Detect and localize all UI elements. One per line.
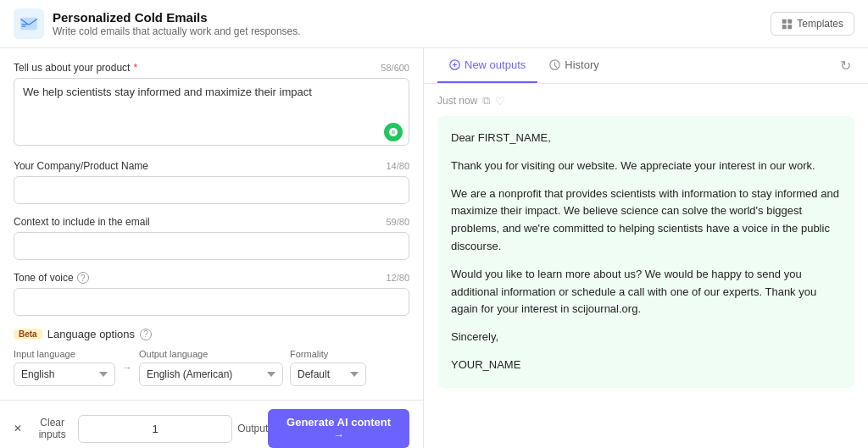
product-char-count: 58/600: [381, 63, 409, 73]
tab-history[interactable]: History: [537, 48, 610, 83]
context-label: Context to include in the email: [14, 216, 150, 228]
tab-history-label: History: [565, 58, 598, 71]
svg-rect-6: [788, 25, 793, 29]
output-counter: Output: [78, 415, 268, 443]
context-input[interactable]: I see that you have visited our website: [14, 232, 409, 260]
header-text: Personalized Cold Emails Write cold emai…: [53, 10, 301, 37]
output-label: Output: [237, 423, 268, 434]
email-p1: Thank you for visiting our website. We a…: [451, 158, 841, 175]
product-label-row: Tell us about your product * 58/600: [14, 62, 409, 74]
email-signature: YOUR_NAME: [451, 357, 841, 374]
templates-button[interactable]: Templates: [771, 12, 854, 36]
language-row: Input language English Spanish French Ge…: [14, 349, 409, 386]
tab-new-outputs[interactable]: New outputs: [437, 48, 537, 83]
svg-rect-2: [21, 25, 25, 26]
output-area: Just now ⧉ ♡ Dear FIRST_NAME, Thank you …: [424, 84, 868, 448]
input-language-group: Input language English Spanish French Ge…: [14, 349, 115, 386]
svg-rect-3: [782, 19, 787, 23]
app-title: Personalized Cold Emails: [53, 10, 301, 25]
history-icon: [549, 59, 560, 70]
company-label-row: Your Company/Product Name 14/80: [14, 160, 409, 172]
company-field-group: Your Company/Product Name 14/80 scijourn…: [14, 160, 409, 204]
product-field-group: Tell us about your product * 58/600 We h…: [14, 62, 409, 148]
tone-char-count: 12/80: [386, 273, 409, 283]
output-language-label: Output language: [139, 349, 283, 359]
language-options-label: Language options: [47, 328, 135, 340]
right-panel: New outputs History ↻ Just now ⧉: [424, 48, 868, 448]
beta-badge: Beta: [14, 329, 42, 340]
context-label-row: Context to include in the email 59/80: [14, 216, 409, 228]
email-closing: Sincerely,: [451, 329, 841, 346]
product-textarea[interactable]: We help scientists stay informed and max…: [14, 78, 409, 146]
app-container: Personalized Cold Emails Write cold emai…: [0, 0, 868, 448]
svg-rect-5: [782, 25, 787, 29]
svg-rect-1: [21, 24, 27, 25]
language-arrow-icon: →: [122, 362, 132, 373]
output-language-group: Output language English (American) Engli…: [139, 349, 283, 386]
email-p2: We are a nonprofit that provides scienti…: [451, 185, 841, 256]
tone-info-icon[interactable]: ?: [77, 272, 89, 284]
input-language-select[interactable]: English Spanish French German: [14, 362, 115, 386]
clear-inputs-button[interactable]: ✕ Clear inputs: [14, 417, 78, 440]
tabs-row: New outputs History ↻: [424, 48, 868, 84]
required-indicator: *: [133, 62, 137, 74]
email-content: Dear FIRST_NAME, Thank you for visiting …: [437, 116, 854, 388]
clear-x-icon: ✕: [14, 423, 22, 434]
copy-icon[interactable]: ⧉: [482, 94, 490, 108]
clear-label: Clear inputs: [26, 417, 78, 440]
tone-label-row: Tone of voice ? 12/80: [14, 272, 409, 284]
timestamp-row: Just now ⧉ ♡: [437, 94, 854, 108]
company-char-count: 14/80: [386, 161, 409, 171]
app-icon: [14, 8, 44, 39]
form-body: Tell us about your product * 58/600 We h…: [0, 48, 423, 400]
formality-select[interactable]: Default Formal Informal: [290, 362, 366, 386]
left-footer: ✕ Clear inputs Output Generate AI conten…: [0, 400, 423, 448]
company-label: Your Company/Product Name: [14, 160, 148, 172]
header: Personalized Cold Emails Write cold emai…: [0, 0, 868, 48]
context-char-count: 59/80: [386, 217, 409, 227]
product-textarea-wrapper: We help scientists stay informed and max…: [14, 78, 409, 148]
language-info-icon[interactable]: ?: [140, 329, 152, 340]
app-subtitle: Write cold emails that actually work and…: [53, 25, 301, 37]
generate-button[interactable]: Generate AI content →: [268, 409, 409, 448]
language-section: Beta Language options ? Input language E…: [14, 328, 409, 386]
product-label: Tell us about your product: [14, 62, 130, 74]
timestamp: Just now: [437, 95, 477, 107]
tone-input[interactable]: Professional: [14, 288, 409, 316]
main-content: Tell us about your product * 58/600 We h…: [0, 48, 868, 448]
templates-icon: [782, 19, 793, 30]
like-icon[interactable]: ♡: [495, 95, 505, 108]
new-outputs-icon: [449, 59, 460, 70]
company-input[interactable]: scijournal.org: [14, 176, 409, 204]
templates-label: Templates: [797, 18, 843, 30]
refresh-icon[interactable]: ↻: [837, 54, 854, 77]
ai-icon-svg: [388, 127, 398, 137]
left-panel: Tell us about your product * 58/600 We h…: [0, 48, 424, 448]
tone-field-group: Tone of voice ? 12/80 Professional: [14, 272, 409, 316]
beta-row: Beta Language options ?: [14, 328, 409, 340]
input-language-label: Input language: [14, 349, 115, 359]
output-count-input[interactable]: [78, 415, 232, 443]
context-field-group: Context to include in the email 59/80 I …: [14, 216, 409, 260]
formality-label: Formality: [290, 349, 366, 359]
email-greeting: Dear FIRST_NAME,: [451, 130, 841, 147]
formality-group: Formality Default Formal Informal: [290, 349, 366, 386]
tone-label: Tone of voice: [14, 272, 74, 284]
output-language-select[interactable]: English (American) English (British) Spa…: [139, 362, 283, 386]
svg-rect-4: [788, 19, 793, 23]
ai-enhance-icon[interactable]: [384, 123, 403, 141]
generate-label: Generate AI content →: [281, 416, 396, 441]
header-left: Personalized Cold Emails Write cold emai…: [14, 8, 301, 39]
tabs: New outputs History: [437, 48, 611, 83]
email-p3: Would you like to learn more about us? W…: [451, 266, 841, 318]
tab-new-outputs-label: New outputs: [465, 58, 526, 71]
